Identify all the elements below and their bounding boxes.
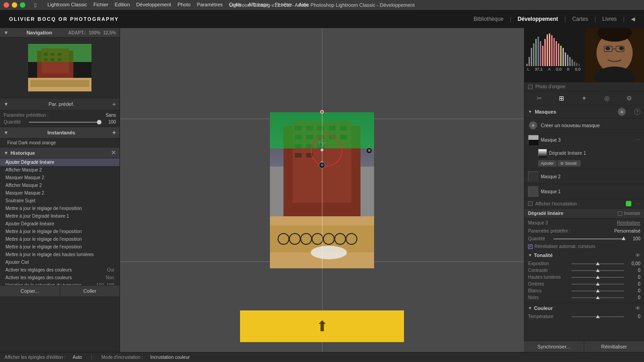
quantite-track[interactable]: [29, 122, 99, 123]
contraste-slider[interactable]: [572, 270, 624, 271]
copy-button[interactable]: Copier...: [0, 286, 60, 296]
instantane-item-0[interactable]: Final Dark mood orange: [0, 138, 120, 147]
masques-help-button[interactable]: ?: [634, 109, 640, 115]
afficher-epingles-val[interactable]: Auto: [73, 355, 82, 360]
couleur-header[interactable]: ▼ Couleur 👁: [524, 303, 644, 313]
hist-item-12[interactable]: Mettre à jour le réglage des hautes lumi…: [0, 251, 120, 258]
hautes-slider[interactable]: [572, 277, 624, 278]
instantanes-header[interactable]: ▼ Instantanés +: [0, 127, 120, 138]
afficher-checkbox[interactable]: [528, 201, 533, 206]
menu-developpement[interactable]: Développement: [136, 2, 171, 9]
apple-icon[interactable]: : [34, 2, 37, 9]
menu-fichier[interactable]: Fichier: [93, 2, 108, 9]
close-button[interactable]: [4, 2, 9, 8]
menu-edition[interactable]: Edition: [115, 2, 130, 9]
tonalite-eye-icon[interactable]: 👁: [635, 252, 640, 258]
hist-item-16[interactable]: Variation de la saturation du turquoise …: [0, 281, 120, 285]
hist-close[interactable]: ✕: [111, 149, 116, 156]
historique-header[interactable]: ▼ Historique ✕: [0, 148, 120, 158]
blancs-slider[interactable]: [572, 291, 624, 291]
menu-photo[interactable]: Photo: [178, 2, 191, 9]
svg-rect-67: [562, 48, 564, 66]
temperature-slider[interactable]: [572, 316, 624, 317]
mask-right-icon[interactable]: ⊕: [366, 148, 372, 154]
mask-top-anchor[interactable]: [320, 110, 324, 114]
hist-item-13[interactable]: Ajouter Ciel: [0, 258, 120, 266]
afficher-options[interactable]: ⋯: [636, 201, 640, 206]
hist-item-1[interactable]: Afficher Masque 2: [0, 166, 120, 174]
histogram-webcam-area: L 37,1 A 0,0 B 0,0: [524, 28, 644, 82]
degrade-quantite-label: Quantité: [528, 236, 551, 241]
masque2-row[interactable]: Masque 2: [524, 169, 644, 184]
masque3-label[interactable]: Masque 3: [541, 138, 633, 143]
synchroniser-button[interactable]: Synchroniser...: [524, 341, 584, 352]
zoom-val[interactable]: 12,5%: [103, 30, 116, 35]
minimize-button[interactable]: [12, 2, 17, 8]
hist-item-10[interactable]: Mettre à jour le réglage de l'exposition: [0, 235, 120, 243]
maximize-button[interactable]: [20, 2, 25, 8]
param-predefini-val[interactable]: Personnalisé: [614, 229, 640, 233]
mask-lower-icon[interactable]: ⊖: [319, 162, 325, 168]
hist-item-15[interactable]: Activer les réglages des couleurs Non: [0, 274, 120, 281]
reinit-auto-checkbox[interactable]: ✓: [528, 244, 533, 249]
navigation-header[interactable]: ▼ Navigation ADAPT.: 100% 12,5%: [0, 28, 120, 38]
hist-item-6[interactable]: Mettre à jour le réglage de l'exposition: [0, 205, 120, 212]
afficher-label[interactable]: Afficher l'incrustation: [535, 201, 577, 206]
masque1-row[interactable]: Masque 1: [524, 184, 644, 199]
hist-item-9[interactable]: Mettre à jour le réglage de l'exposition: [0, 228, 120, 235]
param-predef-label: Paramètre préédition :: [4, 113, 48, 118]
exposition-slider[interactable]: [572, 263, 624, 264]
tonalite-header[interactable]: ▼ Tonalité 👁: [524, 250, 644, 260]
inverser-checkbox[interactable]: [618, 211, 622, 216]
hist-item-0[interactable]: Ajouter Dégradé linéaire: [0, 158, 120, 166]
hist-item-4[interactable]: Masquer Masque 2: [0, 189, 120, 197]
masque3-soustraire-button[interactable]: ⊖ Soustr.: [557, 160, 581, 167]
nav-bibliotheque[interactable]: Bibliothèque: [474, 16, 504, 22]
nav-developpement[interactable]: Développement: [518, 16, 558, 22]
navigation-thumbnail[interactable]: [28, 44, 91, 91]
creer-masque-row[interactable]: + Créer un nouveau masque: [524, 119, 644, 133]
hist-item-11[interactable]: Mettre à jour le réglage de l'exposition: [0, 243, 120, 251]
menu-lightroom[interactable]: Lightroom Classic: [48, 2, 87, 9]
svg-rect-53: [531, 48, 532, 66]
tool-retouch[interactable]: ✦: [580, 94, 589, 103]
par-predef-header[interactable]: ▼ Par. prédef. +: [0, 98, 120, 110]
nav-livres[interactable]: Livres: [602, 16, 617, 22]
par-plus[interactable]: +: [112, 100, 116, 108]
tool-settings[interactable]: ⚙: [625, 94, 634, 103]
svg-rect-74: [578, 64, 580, 66]
add-masque-button[interactable]: +: [618, 108, 626, 116]
hist-item-5[interactable]: Soutraire Sujet: [0, 197, 120, 205]
adapt-val[interactable]: 100%: [89, 30, 101, 35]
tool-crop[interactable]: ✂: [535, 94, 544, 103]
tool-redeye[interactable]: ◎: [602, 94, 611, 103]
hist-item-8[interactable]: Ajouter Dégradé linéaire: [0, 220, 120, 228]
hist-item-3[interactable]: Afficher Masque 2: [0, 181, 120, 189]
noirs-slider[interactable]: [572, 297, 624, 298]
nav-more[interactable]: ◀: [631, 16, 635, 22]
upload-bar[interactable]: ⬆: [240, 310, 404, 342]
couleur-eye-icon[interactable]: 👁: [635, 305, 640, 311]
paste-button[interactable]: Coller: [60, 286, 120, 296]
tool-mask[interactable]: ⊞: [557, 94, 566, 103]
menu-parametres[interactable]: Paramètres: [197, 2, 223, 9]
reinitialiser-btn[interactable]: Réinitialiser: [617, 220, 640, 225]
svg-rect-76: [529, 135, 538, 140]
hist-item-14[interactable]: Activer les réglages des couleurs Oui: [0, 266, 120, 274]
masque3-options[interactable]: ⋯: [635, 137, 640, 143]
quantite-thumb[interactable]: [97, 120, 101, 124]
hist-item-2[interactable]: Masquer Masque 2: [0, 174, 120, 181]
reinitialiser-button[interactable]: Réinitialiser: [584, 341, 644, 352]
inverser-label: Inverser: [624, 211, 640, 216]
photo-origine-label[interactable]: Photo d'origine: [535, 84, 565, 89]
masque3-section: Masque 3 ⋯ Dégradé linéaire 1 Ajouter ⊖ …: [524, 133, 644, 169]
hist-item-7[interactable]: Mettre à jour Dégradé linéaire 1: [0, 212, 120, 220]
center-canvas[interactable]: ⊕ ⊖ ☞ ⬆: [120, 28, 524, 352]
photo-origine-checkbox[interactable]: [528, 85, 533, 89]
inst-plus[interactable]: +: [112, 129, 116, 136]
masque3-ajouter-button[interactable]: Ajouter: [538, 160, 557, 167]
ombres-slider[interactable]: [572, 284, 624, 285]
degrade-quantite-slider[interactable]: [553, 238, 624, 239]
mode-incrustation-val[interactable]: Incrustation couleur: [150, 355, 190, 360]
nav-cartes[interactable]: Cartes: [572, 16, 588, 22]
